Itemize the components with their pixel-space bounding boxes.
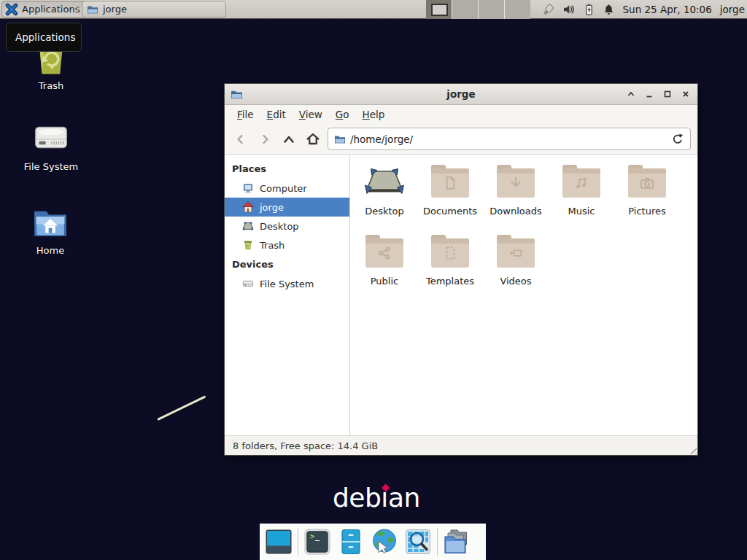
sidebar-header-places: Places (225, 159, 349, 179)
desktop-icon-label: File System (24, 161, 78, 172)
applications-menu-label: Applications (22, 4, 80, 15)
file-item-pictures[interactable]: Pictures (614, 164, 680, 234)
applications-menu-button[interactable]: Applications (1, 1, 86, 18)
terminal-launcher[interactable]: >_ (303, 527, 332, 556)
folder-icon (87, 4, 98, 15)
bottom-dock: >_ (260, 524, 486, 560)
desktop-icon-file-system[interactable]: File System (12, 119, 90, 172)
file-item-desktop[interactable]: Desktop (352, 164, 417, 234)
workspace-4[interactable] (504, 0, 530, 19)
directory-menu-icon (442, 527, 471, 556)
file-label: Pictures (628, 206, 665, 217)
notifications-bell-icon[interactable] (603, 3, 615, 16)
hard-drive-icon (242, 278, 254, 289)
file-label: Music (568, 206, 595, 217)
file-item-downloads[interactable]: Downloads (483, 164, 549, 234)
folder-templates-icon (431, 238, 469, 268)
sidebar-item-computer[interactable]: Computer (225, 179, 349, 198)
file-item-public[interactable]: Public (352, 234, 417, 304)
forward-button[interactable] (255, 130, 274, 149)
file-label: Public (371, 276, 398, 287)
file-item-videos[interactable]: Videos (483, 234, 549, 304)
workspace-2[interactable] (452, 0, 478, 19)
file-manager-window: jorge File Edit View Go Help (224, 83, 698, 456)
sidebar-item-file-system[interactable]: File System (225, 274, 349, 293)
terminal-prompt-glyph: >_ (310, 533, 320, 540)
file-item-documents[interactable]: Documents (417, 164, 483, 234)
shade-button[interactable] (625, 88, 637, 100)
show-desktop-icon (265, 528, 293, 556)
file-label: Documents (423, 206, 477, 217)
folder-documents-icon (431, 168, 469, 198)
maximize-button[interactable] (662, 88, 673, 100)
brand-text: deb (333, 483, 381, 513)
sidebar-item-desktop[interactable]: Desktop (225, 217, 349, 236)
menu-go[interactable]: Go (329, 106, 356, 122)
folder-music-icon (562, 168, 600, 198)
taskbar-window-button[interactable]: jorge (82, 1, 226, 18)
workspace-pager[interactable] (426, 0, 530, 19)
trash-icon (242, 239, 254, 251)
path-input[interactable] (350, 133, 667, 145)
resize-grip[interactable] (687, 445, 697, 454)
sidebar-item-trash[interactable]: Trash (225, 236, 349, 254)
taskbar-window-label: jorge (103, 4, 127, 15)
file-item-templates[interactable]: Templates (417, 234, 483, 304)
file-cabinet-icon (337, 528, 365, 556)
directory-menu-launcher[interactable] (442, 527, 471, 556)
menu-file[interactable]: File (231, 106, 260, 122)
home-folder-icon (31, 207, 69, 241)
folder-pictures-icon (628, 168, 666, 198)
workspace-window-thumb (431, 4, 448, 16)
usb-device-icon[interactable] (541, 3, 555, 17)
file-label: Templates (426, 276, 474, 287)
top-panel: Applications jorge (0, 0, 747, 19)
path-folder-icon (334, 133, 346, 145)
brand-text: an (388, 483, 420, 513)
workspace-1[interactable] (426, 0, 452, 19)
sidebar-item-label: Desktop (260, 221, 299, 232)
hard-drive-icon (32, 119, 70, 157)
volume-icon[interactable] (562, 3, 576, 16)
sidebar-item-label: File System (260, 279, 314, 289)
folder-downloads-icon (497, 168, 535, 198)
folder-videos-icon (497, 238, 535, 268)
desktop-icon-label: Trash (39, 80, 63, 91)
application-finder-icon (404, 528, 432, 556)
path-bar[interactable] (328, 128, 691, 150)
up-button[interactable] (279, 130, 298, 149)
sidebar-item-label: jorge (260, 202, 284, 213)
menubar: File Edit View Go Help (225, 105, 697, 124)
applications-tooltip-text: Applications (15, 31, 75, 43)
minimize-button[interactable] (643, 88, 655, 100)
file-item-music[interactable]: Music (549, 164, 614, 234)
home-button[interactable] (303, 130, 322, 149)
file-label: Desktop (365, 206, 404, 217)
sidebar-item-label: Computer (260, 183, 307, 194)
panel-handle[interactable] (76, 7, 80, 13)
file-grid: Desktop Documents Downloads (350, 155, 697, 435)
menu-edit[interactable]: Edit (260, 106, 293, 122)
desktop-icon-home[interactable]: Home (12, 207, 89, 256)
close-button[interactable] (680, 88, 692, 100)
menu-view[interactable]: View (293, 106, 329, 122)
session-user-menu[interactable]: jorge (720, 4, 745, 15)
application-finder-launcher[interactable] (403, 527, 433, 556)
debian-wordmark: debıan (333, 483, 420, 513)
sidebar-item-jorge[interactable]: jorge (225, 198, 349, 217)
file-label: Videos (500, 276, 531, 287)
window-titlebar[interactable]: jorge (225, 84, 697, 105)
applications-tooltip: Applications (6, 23, 82, 52)
folder-public-icon (365, 238, 403, 268)
battery-charging-icon[interactable] (583, 3, 595, 16)
back-button[interactable] (231, 130, 250, 149)
file-manager-launcher[interactable] (336, 527, 365, 556)
web-browser-launcher[interactable] (370, 527, 399, 556)
reload-button[interactable] (671, 133, 684, 146)
panel-clock[interactable]: Sun 25 Apr, 10:06 (623, 4, 712, 15)
desktop-icon-label: Home (36, 245, 64, 256)
menu-help[interactable]: Help (356, 106, 392, 122)
workspace-3[interactable] (478, 0, 504, 19)
home-icon (242, 201, 254, 213)
show-desktop-button[interactable] (264, 527, 293, 556)
